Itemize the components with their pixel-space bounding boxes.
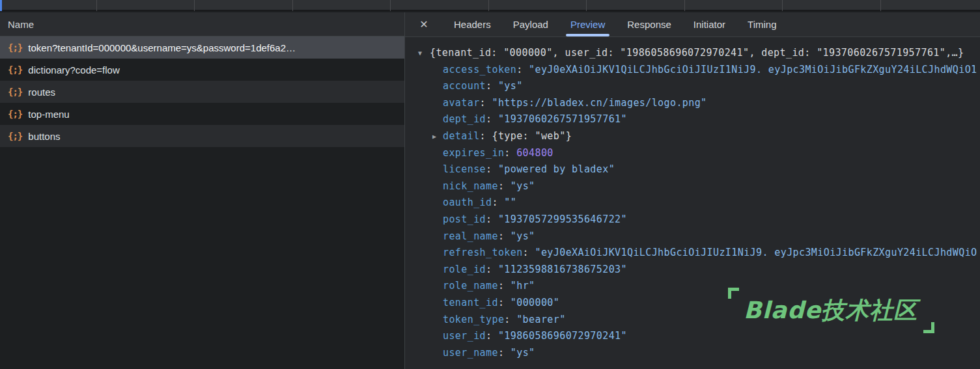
overview-grid-divider	[488, 0, 489, 11]
json-property-nick-name: nick_name: "ys"	[405, 178, 980, 195]
expand-arrow-icon[interactable]: ▶	[432, 128, 436, 145]
name-column-label: Name	[8, 19, 34, 30]
json-property-post-id: post_id: "1937057299535646722"	[405, 212, 980, 228]
property-value: ""	[504, 197, 516, 208]
json-property-refresh-token: refresh_token: "eyJ0eXAiOiJKV1QiLCJhbGci…	[405, 245, 980, 262]
overview-grid-divider	[684, 0, 685, 11]
overview-grid-divider	[292, 0, 293, 11]
json-property-account: account: "ys"	[405, 78, 980, 95]
collapse-arrow-icon[interactable]: ▼	[418, 45, 422, 62]
overview-grid-divider	[194, 0, 195, 11]
request-row-routes[interactable]: {;} routes	[0, 81, 404, 103]
overview-selection-marker	[0, 0, 2, 11]
property-value: {type: "web"}	[492, 130, 572, 142]
json-root-summary: {tenant_id: "000000", user_id: "19860586…	[430, 47, 964, 59]
json-braces-icon: {;}	[8, 109, 22, 119]
overview-grid-divider	[390, 0, 391, 11]
overview-grid-divider	[586, 0, 587, 11]
tab-preview[interactable]: Preview	[559, 12, 616, 36]
json-property-access-token: access_token: "eyJ0eXAiOiJKV1QiLCJhbGciO…	[405, 62, 980, 79]
property-value: "eyJ0eXAiOiJKV1QiLCJhbGciOiJIUzI1NiJ9. e…	[535, 247, 977, 258]
json-property-oauth-id: oauth_id: ""	[405, 195, 980, 212]
tab-headers[interactable]: Headers	[443, 12, 502, 36]
json-property-user-name: user_name: "ys"	[405, 345, 980, 362]
close-detail-button[interactable]: ✕	[414, 12, 434, 36]
json-braces-icon: {;}	[8, 64, 22, 75]
json-property-detail: ▶ detail: {type: "web"}	[405, 128, 980, 145]
property-value: "https://bladex.cn/images/logo.png"	[492, 97, 707, 109]
network-overview-strip[interactable]	[0, 0, 980, 11]
tab-initiator[interactable]: Initiator	[682, 12, 736, 36]
property-value: "ys"	[498, 80, 523, 92]
property-value: "1986058696072970241"	[498, 330, 627, 342]
network-panel: Name {;} token?tenantId=000000&username=…	[0, 12, 980, 369]
request-row-dictionary[interactable]: {;} dictionary?code=flow	[0, 59, 404, 81]
property-value: "bearer"	[516, 314, 565, 325]
tab-payload[interactable]: Payload	[502, 12, 559, 36]
close-icon: ✕	[419, 18, 428, 31]
json-property-token-type: token_type: "bearer"	[405, 312, 980, 329]
property-value: "1123598816738675203"	[498, 264, 627, 275]
json-property-dept-id: dept_id: "1937060267571957761"	[405, 111, 980, 128]
property-value: "000000"	[511, 297, 559, 308]
json-preview-tree: ▼ {tenant_id: "000000", user_id: "198605…	[405, 37, 980, 369]
json-braces-icon: {;}	[8, 42, 22, 53]
property-value: "eyJ0eXAiOiJKV1QiLCJhbGciOiJIUzI1NiJ9. e…	[529, 64, 977, 75]
json-braces-icon: {;}	[8, 87, 22, 97]
property-value: 604800	[516, 147, 553, 159]
request-row-buttons[interactable]: {;} buttons	[0, 125, 404, 147]
property-value: "ys"	[511, 180, 535, 192]
json-root-line: ▼ {tenant_id: "000000", user_id: "198605…	[405, 45, 980, 62]
json-property-role-id: role_id: "1123598816738675203"	[405, 262, 980, 279]
overview-grid-divider	[782, 0, 783, 11]
json-property-avatar: avatar: "https://bladex.cn/images/logo.p…	[405, 95, 980, 112]
overview-grid-divider	[96, 0, 97, 11]
property-value: "ys"	[511, 230, 535, 242]
property-value: "powered by bladex"	[498, 163, 615, 175]
request-detail-panel: ✕ Headers Payload Preview Response Initi…	[405, 12, 980, 369]
request-row-label: buttons	[28, 131, 60, 142]
tab-timing[interactable]: Timing	[736, 12, 787, 36]
request-list-panel: Name {;} token?tenantId=000000&username=…	[0, 12, 405, 369]
tab-response[interactable]: Response	[616, 12, 682, 36]
json-property-user-id: user_id: "1986058696072970241"	[405, 328, 980, 345]
json-property-tenant-id: tenant_id: "000000"	[405, 295, 980, 312]
json-property-expires-in: expires_in: 604800	[405, 145, 980, 162]
overview-grid-divider	[880, 0, 881, 11]
request-row-label: top-menu	[28, 109, 69, 120]
property-value: "1937060267571957761"	[498, 113, 627, 125]
json-property-license: license: "powered by bladex"	[405, 161, 980, 178]
property-value: "ys"	[511, 347, 535, 359]
request-row-label: routes	[28, 87, 55, 98]
request-row-token[interactable]: {;} token?tenantId=000000&username=ys&pa…	[0, 36, 404, 59]
detail-tab-bar: ✕ Headers Payload Preview Response Initi…	[405, 12, 980, 37]
json-property-real-name: real_name: "ys"	[405, 228, 980, 245]
json-braces-icon: {;}	[8, 131, 22, 141]
property-value: "1937057299535646722"	[498, 213, 627, 225]
property-value: "hr"	[511, 280, 535, 292]
request-row-top-menu[interactable]: {;} top-menu	[0, 103, 404, 125]
json-property-role-name: role_name: "hr"	[405, 278, 980, 295]
request-row-label: token?tenantId=000000&username=ys&passwo…	[28, 42, 296, 53]
request-row-label: dictionary?code=flow	[28, 64, 120, 75]
name-column-header[interactable]: Name	[0, 12, 404, 36]
